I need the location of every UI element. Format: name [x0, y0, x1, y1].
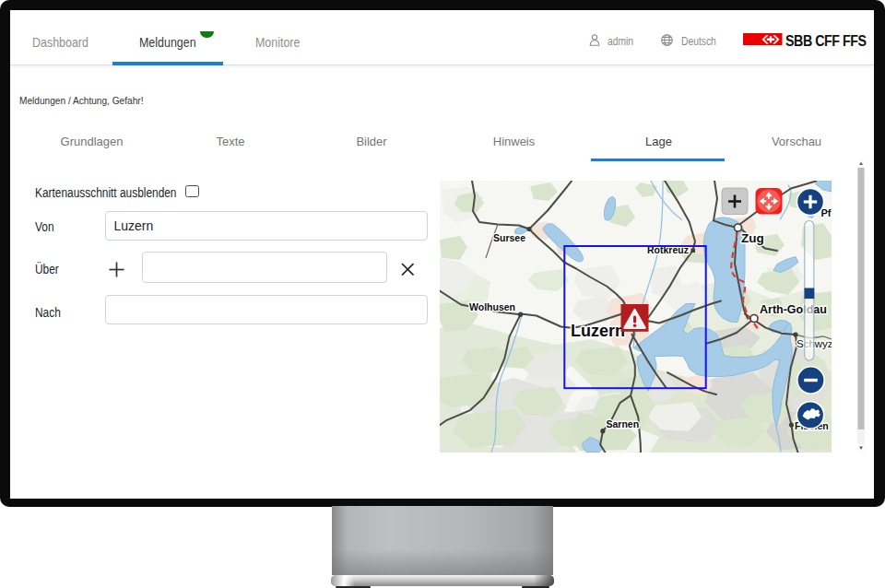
svg-text:Sarnen: Sarnen	[607, 417, 640, 429]
svg-text:Zug: Zug	[741, 231, 764, 245]
svg-text:Luzern: Luzern	[571, 322, 625, 340]
svg-text:Wolhusen: Wolhusen	[469, 300, 515, 312]
svg-text:Sursee: Sursee	[493, 232, 525, 243]
svg-text:Arth-Goldau: Arth-Goldau	[760, 302, 827, 315]
